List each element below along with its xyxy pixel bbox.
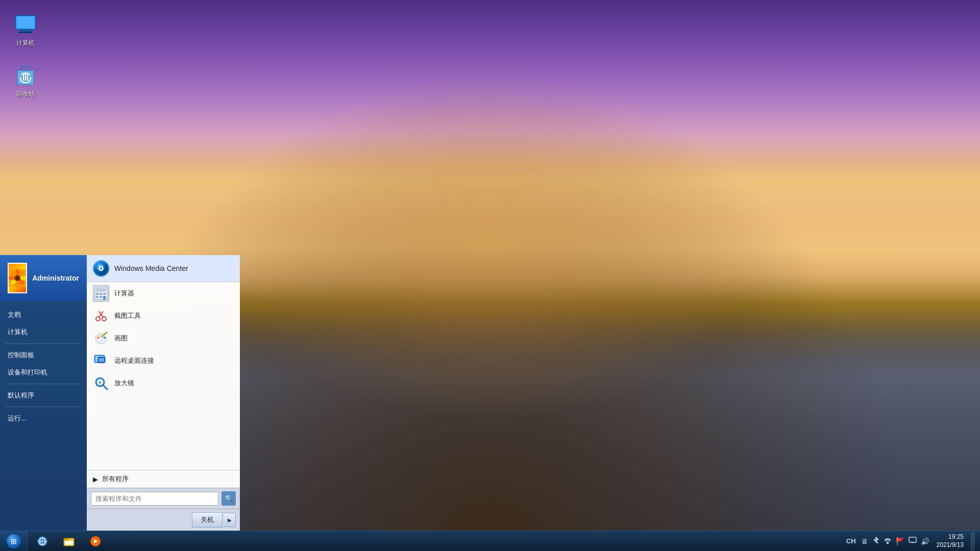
shutdown-arrow-icon: ▶ bbox=[228, 517, 232, 523]
media-player-icon bbox=[90, 536, 101, 547]
wmc-icon bbox=[93, 260, 109, 277]
search-input[interactable] bbox=[91, 492, 218, 506]
user-avatar bbox=[8, 263, 27, 293]
right-menu-divider-2 bbox=[5, 384, 82, 384]
taskbar-explorer-button[interactable] bbox=[56, 532, 82, 550]
tray-icons: 🖥 🚩 🔊 bbox=[861, 536, 929, 546]
right-menu-divider-1 bbox=[5, 343, 82, 344]
taskbar-media-button[interactable] bbox=[83, 532, 108, 550]
recycle-icon-label: 回收站 bbox=[16, 90, 35, 98]
paint-label: 画图 bbox=[114, 334, 128, 343]
tray-volume-icon[interactable]: 🔊 bbox=[921, 537, 929, 545]
user-name-label: Administrator bbox=[32, 274, 79, 282]
tray-monitor-icon[interactable]: 🖥 bbox=[861, 537, 868, 545]
svg-rect-54 bbox=[65, 541, 73, 545]
svg-rect-24 bbox=[96, 296, 99, 298]
rdp-label: 远程桌面连接 bbox=[114, 356, 154, 365]
start-menu: Administrator 文档 计算机 控制面板 设备和打印机 默认程序 运行… bbox=[0, 255, 240, 531]
shutdown-button[interactable]: 关机 bbox=[192, 512, 223, 528]
clock-date: 2021/9/13 bbox=[937, 541, 964, 549]
right-menu-docs[interactable]: 文档 bbox=[0, 306, 87, 323]
svg-line-45 bbox=[103, 385, 107, 389]
svg-rect-2 bbox=[20, 30, 31, 32]
snip-icon bbox=[93, 308, 109, 324]
tray-bluetooth-icon[interactable] bbox=[872, 536, 879, 546]
start-app-paint[interactable]: 画图 bbox=[87, 327, 240, 349]
mag-icon: + bbox=[93, 375, 109, 391]
svg-rect-26 bbox=[103, 296, 106, 299]
explorer-icon bbox=[63, 536, 75, 547]
right-menu-defaults[interactable]: 默认程序 bbox=[0, 387, 87, 404]
svg-rect-57 bbox=[887, 542, 889, 544]
calc-icon bbox=[93, 285, 109, 302]
svg-rect-20 bbox=[96, 288, 106, 292]
start-app-snip[interactable]: 截图工具 bbox=[87, 305, 240, 327]
search-section: 🔍 bbox=[87, 488, 240, 509]
desktop-icon-computer[interactable]: 计算机 bbox=[5, 10, 46, 49]
taskbar-ie-button[interactable] bbox=[30, 532, 55, 550]
start-app-mag[interactable]: + 放大镜 bbox=[87, 372, 240, 394]
start-button[interactable] bbox=[0, 531, 28, 552]
start-app-calc[interactable]: 计算器 bbox=[87, 282, 240, 305]
start-orb bbox=[7, 534, 21, 548]
all-programs-arrow: ▶ bbox=[93, 475, 98, 483]
taskbar: CH 🖥 🚩 bbox=[0, 531, 980, 551]
snip-label: 截图工具 bbox=[114, 311, 141, 320]
mag-label: 放大镜 bbox=[114, 379, 134, 388]
svg-rect-42 bbox=[99, 358, 104, 362]
svg-text:+: + bbox=[99, 380, 101, 385]
clock-time: 19:25 bbox=[937, 533, 964, 541]
recycle-icon bbox=[13, 63, 38, 88]
search-button[interactable]: 🔍 bbox=[222, 491, 236, 506]
wmc-label: Windows Media Center bbox=[114, 264, 188, 272]
right-menu-controlpanel[interactable]: 控制面板 bbox=[0, 346, 87, 364]
ie-icon bbox=[37, 536, 48, 547]
start-app-rdp[interactable]: 远程桌面连接 bbox=[87, 349, 240, 372]
calc-label: 计算器 bbox=[114, 289, 134, 298]
taskbar-pinned-apps bbox=[28, 531, 110, 551]
svg-rect-23 bbox=[103, 293, 106, 295]
right-menu-computer[interactable]: 计算机 bbox=[0, 323, 87, 341]
tray-flag-icon[interactable]: 🚩 bbox=[896, 537, 904, 545]
svg-rect-58 bbox=[909, 537, 916, 542]
shutdown-arrow-button[interactable]: ▶ bbox=[224, 513, 236, 527]
svg-rect-21 bbox=[96, 293, 99, 295]
svg-rect-25 bbox=[100, 296, 102, 298]
all-programs-label: 所有程序 bbox=[102, 474, 129, 484]
shutdown-section: 关机 ▶ bbox=[87, 509, 240, 531]
svg-point-35 bbox=[104, 337, 106, 339]
right-menu-run[interactable]: 运行... bbox=[0, 410, 87, 427]
tray-screen-icon[interactable] bbox=[909, 537, 917, 545]
right-menu-devices[interactable]: 设备和打印机 bbox=[0, 364, 87, 381]
desktop-icon-recycle[interactable]: 回收站 bbox=[5, 61, 46, 101]
svg-point-33 bbox=[99, 335, 101, 337]
rdp-icon bbox=[93, 353, 109, 369]
paint-icon bbox=[93, 330, 109, 346]
svg-rect-1 bbox=[16, 16, 35, 29]
taskbar-right: CH 🖥 🚩 bbox=[846, 532, 980, 550]
start-menu-apps-list: Windows Media Center 计算器 bbox=[87, 255, 240, 470]
svg-rect-53 bbox=[64, 538, 68, 540]
right-menu-divider-3 bbox=[5, 407, 82, 407]
computer-icon-label: 计算机 bbox=[16, 39, 35, 47]
svg-point-15 bbox=[15, 276, 20, 281]
computer-icon bbox=[13, 12, 38, 37]
user-section[interactable]: Administrator bbox=[0, 255, 87, 301]
ch-label: CH bbox=[846, 537, 856, 545]
start-app-wmc[interactable]: Windows Media Center bbox=[87, 255, 240, 282]
tray-network-icon[interactable] bbox=[884, 537, 892, 545]
show-desktop-button[interactable] bbox=[971, 532, 975, 550]
clock-display[interactable]: 19:25 2021/9/13 bbox=[933, 532, 968, 550]
all-programs-button[interactable]: ▶ 所有程序 bbox=[87, 470, 240, 488]
svg-rect-22 bbox=[100, 293, 102, 295]
start-menu-right-panel: Administrator 文档 计算机 控制面板 设备和打印机 默认程序 运行… bbox=[0, 255, 87, 531]
svg-point-18 bbox=[100, 267, 102, 269]
svg-point-36 bbox=[97, 338, 102, 341]
right-menu-items: 文档 计算机 控制面板 设备和打印机 默认程序 运行... bbox=[0, 301, 87, 531]
start-menu-left-panel: Windows Media Center 计算器 bbox=[87, 255, 240, 531]
svg-rect-3 bbox=[18, 32, 33, 33]
